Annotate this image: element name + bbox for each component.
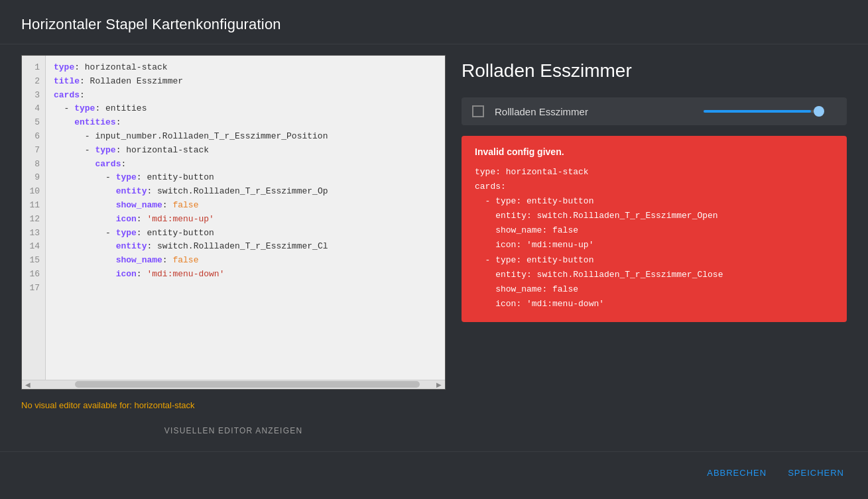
code-editor-wrapper[interactable]: 1 2 3 4 5 6 7 8 9 10 11 12 13 14 <box>21 55 446 390</box>
code-line-5: entities: <box>54 116 437 130</box>
code-line-9: - type: entity-button <box>54 171 437 185</box>
horizontal-scrollbar[interactable]: ◀ ▶ <box>22 380 445 389</box>
cancel-button[interactable]: ABBRECHEN <box>704 463 769 483</box>
preview-panel: Rolladen Esszimmer Rollladen Esszimmer <box>462 55 847 441</box>
error-title: Invalid config given. <box>475 146 834 157</box>
error-code: type: horizontal-stack cards: - type: en… <box>475 165 834 311</box>
code-line-11: show_name: false <box>54 199 437 213</box>
code-line-4: - type: entities <box>54 102 437 116</box>
dialog-container: Horizontaler Stapel Kartenkonfiguration … <box>0 0 868 499</box>
entity-checkbox[interactable] <box>472 105 484 117</box>
code-line-16: icon: 'mdi:menu-down' <box>54 268 437 282</box>
save-button[interactable]: SPEICHERN <box>785 463 847 483</box>
line-numbers: 1 2 3 4 5 6 7 8 9 10 11 12 13 14 <box>22 56 46 380</box>
dialog-header: Horizontaler Stapel Kartenkonfiguration <box>0 0 868 44</box>
code-line-17 <box>54 282 437 296</box>
code-line-7: - type: horizontal-stack <box>54 144 437 158</box>
entity-card: Rollladen Esszimmer <box>462 97 847 125</box>
scrollbar-track[interactable] <box>75 381 420 388</box>
dialog-body: 1 2 3 4 5 6 7 8 9 10 11 12 13 14 <box>0 44 868 451</box>
slider-thumb[interactable] <box>814 106 824 117</box>
scroll-left-arrow[interactable]: ◀ <box>22 380 34 389</box>
code-line-12: icon: 'mdi:menu-up' <box>54 213 437 227</box>
scroll-right-arrow[interactable]: ▶ <box>433 380 445 389</box>
slider-track[interactable] <box>704 110 823 113</box>
code-line-8: cards: <box>54 158 437 172</box>
preview-title: Rolladen Esszimmer <box>462 55 847 87</box>
entity-row: Rollladen Esszimmer <box>462 97 847 125</box>
code-editor-content: 1 2 3 4 5 6 7 8 9 10 11 12 13 14 <box>22 56 445 380</box>
editor-panel: 1 2 3 4 5 6 7 8 9 10 11 12 13 14 <box>21 55 446 441</box>
slider-container <box>704 110 836 113</box>
dialog-title: Horizontaler Stapel Kartenkonfiguration <box>21 16 847 33</box>
slider-fill <box>704 110 811 113</box>
code-text-area[interactable]: type: horizontal-stack title: Rolladen E… <box>46 56 445 380</box>
visual-editor-button[interactable]: VISUELLEN EDITOR ANZEIGEN <box>21 421 446 441</box>
code-line-14: entity: switch.Rollladen_T_r_Esszimmer_C… <box>54 240 437 254</box>
dialog-footer: ABBRECHEN SPEICHERN <box>0 451 868 499</box>
code-line-15: show_name: false <box>54 254 437 268</box>
entity-name-label: Rollladen Esszimmer <box>495 106 693 117</box>
code-line-1: type: horizontal-stack <box>54 61 437 75</box>
code-line-3: cards: <box>54 89 437 103</box>
no-editor-notice: No visual editor available for: horizont… <box>21 398 446 413</box>
error-panel: Invalid config given. type: horizontal-s… <box>462 136 847 322</box>
code-line-13: - type: entity-button <box>54 227 437 241</box>
code-line-2: title: Rolladen Esszimmer <box>54 75 437 89</box>
code-line-10: entity: switch.Rollladen_T_r_Esszimmer_O… <box>54 185 437 199</box>
code-line-6: - input_number.Rollladen_T_r_Esszimmer_P… <box>54 130 437 144</box>
